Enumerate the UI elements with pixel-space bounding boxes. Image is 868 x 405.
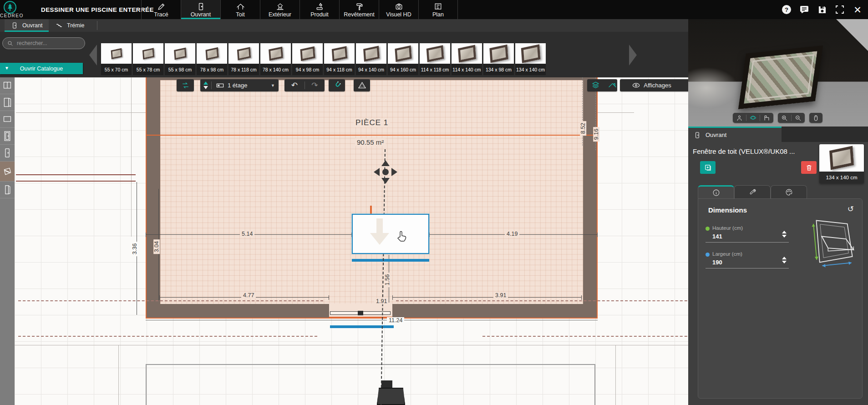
casement-window-icon bbox=[3, 96, 12, 108]
duplicate-icon bbox=[704, 164, 712, 172]
roof-truss-button[interactable] bbox=[354, 79, 370, 91]
sidebar-item-garage-door[interactable] bbox=[0, 182, 15, 198]
carousel-right-arrow[interactable] bbox=[629, 45, 637, 66]
swap-floor-button[interactable] bbox=[177, 79, 194, 91]
room-walls[interactable] bbox=[146, 77, 598, 319]
room-floor[interactable] bbox=[160, 80, 583, 304]
sidebar-item-entry-door[interactable] bbox=[0, 128, 15, 145]
divider bbox=[97, 21, 97, 30]
floor-selector[interactable]: 1 étage ▼ bbox=[200, 79, 279, 91]
delete-button[interactable] bbox=[801, 161, 817, 174]
catalog-item-size: 55 x 70 cm bbox=[101, 64, 132, 75]
affichages-dropdown[interactable]: Affichages ▼ bbox=[620, 79, 688, 91]
width-input[interactable]: 190 bbox=[712, 259, 722, 266]
zoom-in-button[interactable] bbox=[778, 115, 791, 122]
catalog-item[interactable]: 134 x 98 cm bbox=[483, 43, 514, 75]
search-box[interactable] bbox=[2, 37, 85, 49]
catalog-item[interactable]: 114 x 140 cm bbox=[452, 43, 482, 75]
sidebar-item-roof-window[interactable] bbox=[0, 162, 15, 182]
zoom-out-button[interactable] bbox=[792, 115, 805, 122]
inspector-tab-ouvrant[interactable]: Ouvrant bbox=[688, 127, 782, 142]
swap-icon bbox=[181, 81, 190, 90]
tab-ouvrant[interactable]: Ouvrant bbox=[181, 0, 220, 19]
opening-type-sidebar bbox=[0, 77, 15, 405]
product-size-label: 134 x 140 cm bbox=[819, 172, 864, 183]
ridge-marker bbox=[370, 206, 372, 214]
roof-window-thumbnail bbox=[388, 43, 418, 64]
catalog-item-size: 78 x 98 cm bbox=[197, 64, 227, 75]
fullscreen-button[interactable] bbox=[835, 5, 845, 15]
subtab-settings[interactable] bbox=[734, 185, 771, 199]
catalog-item[interactable]: 55 x 78 cm bbox=[133, 43, 163, 75]
save-button[interactable] bbox=[817, 5, 827, 15]
palette-icon bbox=[785, 188, 793, 196]
catalog-item-size: 78 x 140 cm bbox=[260, 64, 291, 75]
catalog-item[interactable]: 94 x 140 cm bbox=[356, 43, 386, 75]
catalog-item[interactable]: 94 x 98 cm bbox=[292, 43, 323, 75]
extension-line bbox=[131, 77, 132, 237]
main-nav: Tracé Ouvrant Toit Extérieur Produit Rev… bbox=[141, 0, 458, 19]
tab-ouvrant-category[interactable]: Ouvrant bbox=[5, 19, 49, 32]
open-catalogue-button[interactable]: ▼ Ouvrir Catalogue bbox=[0, 63, 83, 74]
step-up-icon bbox=[782, 257, 787, 259]
feedback-button[interactable] bbox=[799, 5, 809, 15]
catalog-item[interactable]: 114 x 118 cm bbox=[420, 43, 450, 75]
selected-product-card[interactable]: 134 x 140 cm bbox=[819, 144, 864, 183]
catalog-item[interactable]: 94 x 160 cm bbox=[388, 43, 418, 75]
search-input[interactable] bbox=[17, 40, 76, 46]
close-button[interactable]: ✕ bbox=[853, 5, 863, 15]
walkthrough-button[interactable] bbox=[733, 115, 746, 122]
height-input[interactable]: 141 bbox=[712, 233, 722, 240]
selected-roof-window[interactable] bbox=[352, 214, 429, 254]
move-handle[interactable] bbox=[373, 159, 398, 185]
orbit-3d-button[interactable] bbox=[746, 115, 760, 122]
3d-preview[interactable] bbox=[688, 19, 868, 127]
cedreo-logo[interactable]: CEDREO bbox=[0, 0, 36, 19]
sidebar-item-french-window[interactable] bbox=[0, 94, 15, 111]
catalog-item[interactable]: 78 x 118 cm bbox=[228, 43, 259, 75]
room-area: 90.55 m² bbox=[355, 138, 386, 146]
wall-view-button[interactable] bbox=[760, 115, 773, 122]
opening-width-bar bbox=[330, 325, 394, 328]
floor-stepper[interactable] bbox=[200, 81, 211, 89]
mouse-controls-button[interactable] bbox=[809, 115, 822, 122]
catalog-item[interactable]: 55 x 98 cm bbox=[165, 43, 195, 75]
tab-exterieur[interactable]: Extérieur bbox=[260, 0, 299, 19]
redo-button[interactable]: ↷ bbox=[305, 79, 325, 91]
dim-left-outer: 3.36 bbox=[132, 242, 138, 256]
pool-outline[interactable] bbox=[146, 364, 595, 405]
magnet-snap-button[interactable] bbox=[329, 79, 345, 91]
height-stepper[interactable] bbox=[782, 231, 787, 238]
catalog-item[interactable]: 78 x 140 cm bbox=[260, 43, 291, 75]
floor-plan-canvas[interactable]: PIÈCE 1 90.55 m² 5.14 4.19 3.36 3.04 8.5… bbox=[15, 77, 688, 405]
camera-icon bbox=[394, 2, 404, 11]
sidebar-item-interior-door[interactable] bbox=[0, 145, 15, 162]
tab-trace[interactable]: Tracé bbox=[141, 0, 181, 19]
layers-3d-button[interactable] bbox=[587, 79, 604, 91]
chevron-down-icon: ▼ bbox=[271, 83, 275, 88]
3d-preview-toolbar bbox=[733, 113, 822, 123]
tab-plan[interactable]: Plan bbox=[418, 0, 458, 19]
catalog-item[interactable]: 55 x 70 cm bbox=[101, 43, 132, 75]
tab-visuel-hd[interactable]: Visuel HD bbox=[379, 0, 418, 19]
reset-dimensions-button[interactable]: ↺ bbox=[848, 204, 854, 214]
help-button[interactable]: ? bbox=[782, 5, 792, 15]
sidebar-item-window[interactable] bbox=[0, 77, 15, 94]
tab-toit[interactable]: Toit bbox=[220, 0, 260, 19]
tab-produit[interactable]: Produit bbox=[299, 0, 339, 19]
pencil-icon bbox=[157, 2, 166, 11]
width-stepper[interactable] bbox=[782, 257, 787, 263]
step-down-icon bbox=[782, 235, 787, 238]
carousel-left-arrow[interactable] bbox=[89, 45, 97, 66]
tab-tremie-category[interactable]: Trémie bbox=[49, 19, 91, 32]
catalog-item[interactable]: 94 x 118 cm bbox=[324, 43, 355, 75]
duplicate-button[interactable] bbox=[700, 161, 716, 174]
catalog-item[interactable]: 78 x 98 cm bbox=[197, 43, 227, 75]
subtab-appearance[interactable] bbox=[771, 185, 807, 199]
sidebar-item-fixed-window[interactable] bbox=[0, 111, 15, 128]
catalog-item[interactable]: 134 x 140 cm bbox=[515, 43, 546, 75]
subtab-info[interactable] bbox=[698, 185, 734, 199]
roof-view-button[interactable] bbox=[604, 79, 621, 91]
tab-revetement[interactable]: Revêtement bbox=[339, 0, 379, 19]
undo-button[interactable]: ↶ bbox=[284, 79, 305, 91]
